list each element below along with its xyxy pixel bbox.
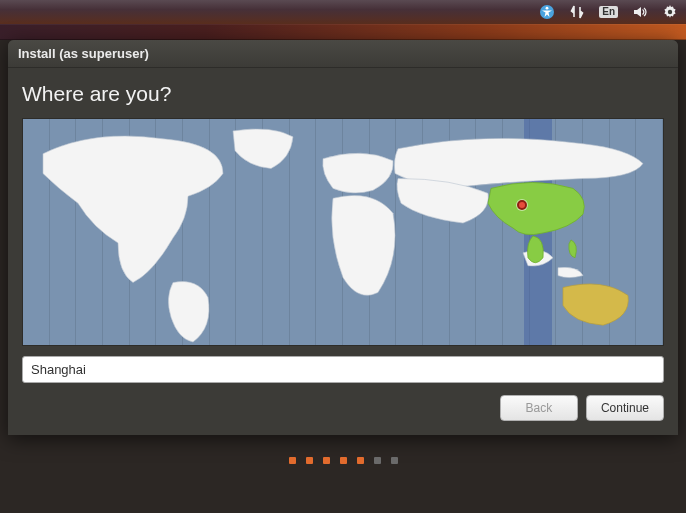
window-title: Install (as superuser) (18, 46, 149, 61)
accent-strip (0, 24, 686, 40)
progress-dot (391, 457, 398, 464)
language-indicator[interactable]: En (599, 6, 618, 18)
language-badge-text: En (599, 6, 618, 18)
system-topbar: En (0, 0, 686, 24)
continue-button[interactable]: Continue (586, 395, 664, 421)
highlighted-country-china (488, 182, 584, 262)
network-icon[interactable] (569, 4, 585, 20)
progress-dot (374, 457, 381, 464)
progress-dot (306, 457, 313, 464)
gear-icon[interactable] (662, 4, 678, 20)
installer-window: Install (as superuser) Where are you? (8, 40, 678, 435)
timezone-input[interactable] (22, 356, 664, 383)
window-content: Where are you? (8, 68, 678, 435)
accessibility-icon[interactable] (539, 4, 555, 20)
progress-dot (289, 457, 296, 464)
volume-icon[interactable] (632, 4, 648, 20)
progress-dot (340, 457, 347, 464)
progress-dot (323, 457, 330, 464)
country-australia (563, 284, 628, 325)
window-titlebar: Install (as superuser) (8, 40, 678, 68)
back-button[interactable]: Back (500, 395, 578, 421)
location-pin (517, 200, 527, 210)
svg-point-1 (546, 7, 549, 10)
progress-dots (0, 435, 686, 486)
timezone-map[interactable] (22, 118, 664, 346)
button-row: Back Continue (22, 395, 664, 421)
world-map-svg (23, 119, 663, 345)
progress-dot (357, 457, 364, 464)
page-heading: Where are you? (22, 82, 664, 106)
svg-point-2 (668, 10, 672, 14)
